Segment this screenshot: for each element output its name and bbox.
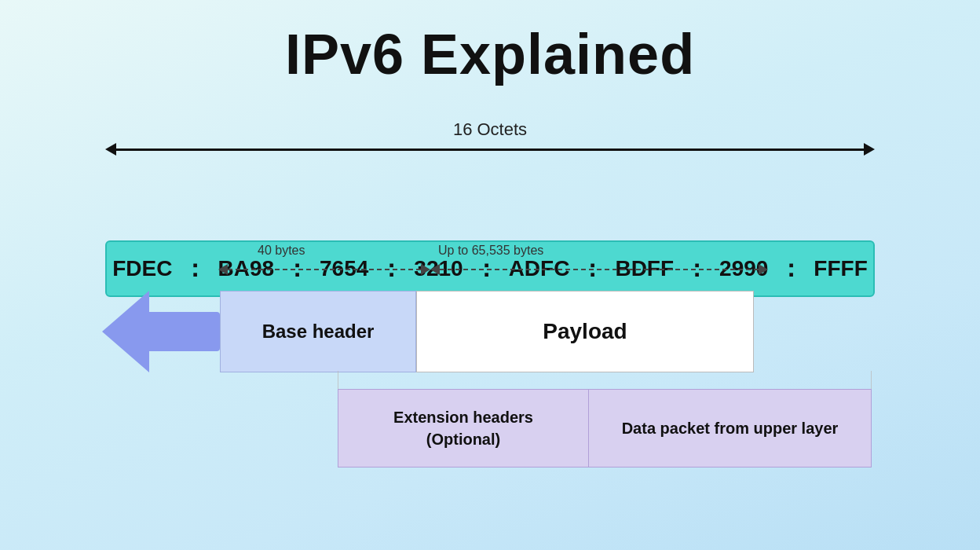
dashed-arrow-65535bytes <box>430 264 768 275</box>
extension-headers-label: Extension headers(Optional) <box>393 406 533 450</box>
payload-label: Payload <box>543 319 627 344</box>
page-title: IPv6 Explained <box>0 0 980 86</box>
octets-label: 16 Octets <box>453 119 527 140</box>
payload-box: Payload <box>416 291 754 372</box>
bottom-section: 40 bytes Up to 65,535 bytes Base header … <box>102 244 941 287</box>
extension-headers-box: Extension headers(Optional) <box>338 389 589 468</box>
data-packet-label: Data packet from upper layer <box>622 420 839 438</box>
bottom-boxes-row: Extension headers(Optional) Data packet … <box>338 389 872 468</box>
label-65535bytes: Up to 65,535 bytes <box>438 244 543 258</box>
data-packet-box: Data packet from upper layer <box>589 389 872 468</box>
packet-row: Base header Payload <box>102 291 941 372</box>
dashed-arrows-row: 40 bytes Up to 65,535 bytes <box>218 244 941 287</box>
base-header-box: Base header <box>220 291 416 372</box>
dashed-arrow-40bytes <box>218 264 430 275</box>
label-40bytes: 40 bytes <box>258 244 305 258</box>
left-arrow <box>102 291 220 372</box>
base-header-label: Base header <box>262 321 375 343</box>
